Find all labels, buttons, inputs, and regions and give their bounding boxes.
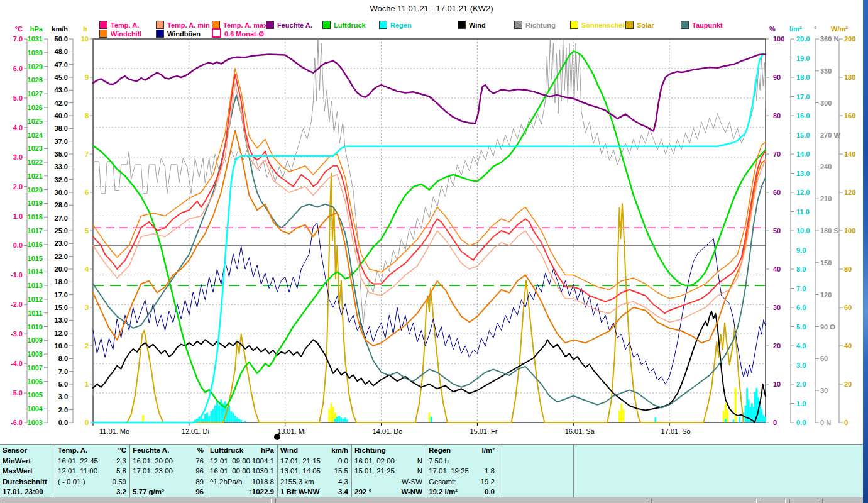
table-row: 7:50 h xyxy=(429,456,495,467)
hpa-tick-label: 1005 xyxy=(28,391,43,399)
hpa-tick-label: 1003 xyxy=(28,419,43,426)
liter-m2-tick-label: 3.0 xyxy=(796,362,806,369)
direction-tick-label: 120 xyxy=(820,291,832,299)
legend-item-windchill: Windchill xyxy=(99,28,141,35)
watt-m2-tick-label: 120 xyxy=(844,189,855,196)
celsius-tick-label: -6.0 xyxy=(11,419,23,426)
day-label: 15.01. Fr xyxy=(470,428,497,435)
liter-m2-tick-label: 17.0 xyxy=(796,93,810,101)
liter-m2-tick-label: 8.0 xyxy=(796,265,806,273)
hpa-tick-label: 1015 xyxy=(28,255,43,262)
table-row: 89 xyxy=(133,477,204,487)
liter-m2-tick-label: 14.0 xyxy=(796,150,810,158)
table-column xyxy=(574,445,863,498)
celsius-tick-label: -1.0 xyxy=(11,271,23,279)
table-row: 292 °W-NW xyxy=(354,487,422,497)
celsius-tick-label: 5.0 xyxy=(13,94,23,102)
table-row-label: 17.01. 23:00 xyxy=(3,487,52,497)
hpa-tick-label: 1023 xyxy=(28,145,43,152)
weather-app-window: Woche 11.01.21 - 17.01.21 (KW2) 7.06.05.… xyxy=(0,0,863,503)
sun-hours-tick-label: 8 xyxy=(85,112,89,119)
legend-item-temp-a-: Temp. A. xyxy=(99,19,139,26)
percent-tick-label: 60 xyxy=(773,189,781,196)
celsius-tick-label: 0.0 xyxy=(13,241,23,249)
legend-item-temp-a-max: Temp. A. max xyxy=(212,19,267,26)
table-row: 17.01. 21:150.0 xyxy=(280,456,348,467)
table-row: ↑1022.9 xyxy=(210,487,274,497)
legend-swatch-icon xyxy=(514,21,522,29)
sun-hours-tick-label: 4 xyxy=(85,265,89,273)
table-row: 19.2 l/m²0.0 xyxy=(429,487,495,497)
status-bar xyxy=(0,497,863,503)
legend-label: Luftdruck xyxy=(334,21,366,29)
percent-tick-label: 70 xyxy=(773,150,781,158)
sun-hours-tick-label: 0 xyxy=(85,419,89,426)
legend-swatch-icon xyxy=(322,21,331,29)
kmh-tick-label: 45.0 xyxy=(55,74,68,81)
status-bar-segment xyxy=(761,499,786,503)
hpa-tick-label: 1008 xyxy=(28,350,43,358)
liter-m2-tick-label: 13.0 xyxy=(796,170,810,177)
legend-swatch-icon xyxy=(156,30,164,38)
liter-m2-tick-label: 6.0 xyxy=(796,304,806,311)
legend-item-sonnenschein: Sonnenschein xyxy=(570,19,629,26)
hpa-tick-label: 1029 xyxy=(28,63,43,70)
temp-min-line xyxy=(93,83,766,322)
direction-tick-label: 180 S xyxy=(820,227,838,235)
kmh-tick-label: 2.0 xyxy=(58,406,68,414)
table-header-row: Richtung xyxy=(354,445,422,456)
table-column: Richtung16.01. 02:00N15.01. 21:25NW-SW29… xyxy=(352,445,426,498)
hpa-tick-label: 1004 xyxy=(28,405,43,412)
celsius-tick-label: 3.0 xyxy=(13,153,23,161)
status-bar-segment xyxy=(822,499,860,503)
legend-swatch-icon xyxy=(99,30,107,38)
kmh-tick-label: 18.0 xyxy=(55,278,68,285)
liter-m2-tick-label: 1.0 xyxy=(796,400,806,407)
percent-tick-label: 10 xyxy=(773,380,781,388)
percent-tick-label: 90 xyxy=(773,74,781,81)
sun-hours-tick-label: 2 xyxy=(85,342,89,350)
hpa-tick-label: 1019 xyxy=(28,199,43,207)
hpa-tick-label: 1024 xyxy=(28,131,43,139)
legend-swatch-icon xyxy=(379,21,387,29)
percent-tick-label: 80 xyxy=(773,112,781,119)
table-row: 17.01. 23:0096 xyxy=(133,466,204,477)
table-row-label: Sensor xyxy=(3,445,52,456)
table-column: Feuchte A.%16.01. 20:007617.01. 23:00968… xyxy=(130,445,207,498)
liter-m2-tick-label: 15.0 xyxy=(796,131,810,139)
liter-m2-tick-label: 7.0 xyxy=(796,285,806,292)
table-row: 16.01. 02:00N xyxy=(354,456,422,467)
direction-tick-label: 90 O xyxy=(820,323,835,331)
kmh-tick-label: 32.0 xyxy=(55,176,68,184)
table-row: 3.2 xyxy=(58,487,126,497)
legend-item-0-6-monat-: 0.6 Monat-Ø xyxy=(212,28,264,35)
kmh-tick-label: 15.0 xyxy=(55,304,68,311)
direction-tick-label: 240 xyxy=(820,163,832,170)
sun-hours-tick-label: 5 xyxy=(85,227,89,235)
table-header-row: Feuchte A.% xyxy=(133,445,204,456)
legend-item-regen: Regen xyxy=(379,19,412,26)
table-header-row: LuftdruckhPa xyxy=(210,445,274,456)
hpa-tick-label: 1026 xyxy=(28,104,43,111)
kmh-tick-label: 3.0 xyxy=(58,393,68,401)
legend-label: Windchill xyxy=(111,30,141,38)
day-label: 12.01. Di xyxy=(182,428,209,435)
hpa-tick-label: 1012 xyxy=(28,296,43,303)
legend-swatch-icon xyxy=(458,21,466,29)
liter-m2-tick-label: 16.0 xyxy=(796,112,810,119)
kmh-tick-label: 40.0 xyxy=(55,112,68,119)
hpa-tick-label: 1021 xyxy=(28,172,43,180)
hpa-tick-label: 1022 xyxy=(28,158,43,166)
table-row: 15.01. 21:25N xyxy=(354,466,422,477)
legend-item-windb-en: Windböen xyxy=(156,28,201,35)
kmh-tick-label: 25.0 xyxy=(55,227,68,235)
status-bar-segment xyxy=(651,499,757,503)
kmh-tick-label: 33.0 xyxy=(55,163,68,170)
watt-m2-tick-label: 60 xyxy=(844,304,852,311)
sun-hours-tick-label: 3 xyxy=(85,304,89,311)
table-header-row: Regenl/m² xyxy=(429,445,495,456)
table-row: 13.01. 14:0515.5 xyxy=(280,466,348,477)
table-header-row: Windkm/h xyxy=(280,445,348,456)
liter-m2-tick-label: 18.0 xyxy=(796,74,810,81)
table-row: 5.77 g/m³96 xyxy=(133,487,204,497)
